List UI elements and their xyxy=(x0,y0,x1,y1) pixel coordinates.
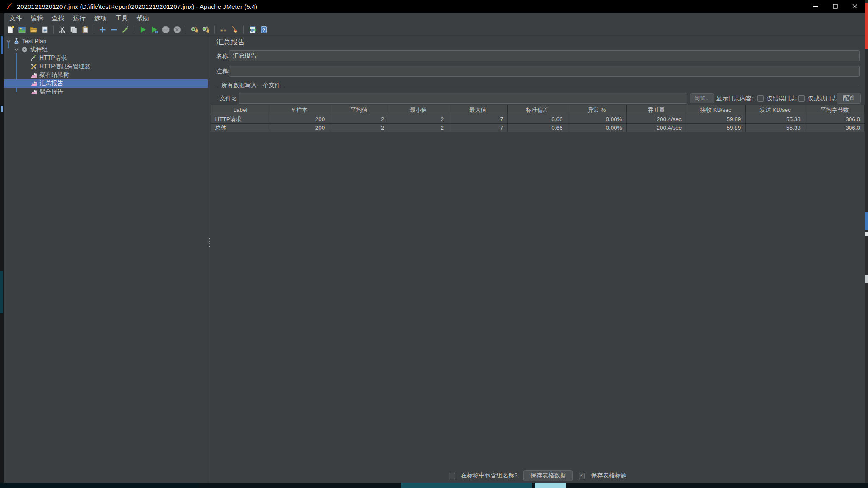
filename-input[interactable] xyxy=(239,93,687,104)
table-header-row: Label # 样本 平均值 最小值 最大值 标准偏差 异常 % 吞吐量 接收 … xyxy=(211,105,865,115)
paste-icon[interactable] xyxy=(81,25,90,34)
configure-button[interactable]: 配置 xyxy=(837,93,861,104)
maximize-button[interactable] xyxy=(826,0,845,13)
close-button[interactable] xyxy=(845,0,865,13)
browse-button[interactable]: 浏览... xyxy=(690,93,714,103)
search-icon[interactable] xyxy=(219,25,228,34)
listener-chart-icon xyxy=(31,72,37,78)
col-header-label[interactable]: Label xyxy=(211,105,270,115)
toolbar: STOP ? xyxy=(4,24,865,36)
cell: 0.66 xyxy=(508,115,567,124)
table-row[interactable]: HTTP请求 200 2 2 7 0.66 0.00% 200.4/sec 59… xyxy=(211,115,865,124)
menu-search[interactable]: 查找 xyxy=(47,13,69,24)
tree-item-view-results-tree[interactable]: 察看结果树 xyxy=(4,71,208,79)
clear-all-icon[interactable] xyxy=(201,25,211,34)
name-input[interactable] xyxy=(229,50,860,61)
svg-text:STOP: STOP xyxy=(163,28,168,30)
window-controls xyxy=(806,0,865,13)
tree-item-label: 汇总报告 xyxy=(39,80,63,87)
col-header-throughput[interactable]: 吞吐量 xyxy=(626,105,686,115)
col-header-min[interactable]: 最小值 xyxy=(389,105,448,115)
col-header-received[interactable]: 接收 KB/sec xyxy=(686,105,746,115)
menu-file[interactable]: 文件 xyxy=(5,13,26,24)
clear-icon[interactable] xyxy=(190,25,199,34)
menu-tools[interactable]: 工具 xyxy=(111,13,132,24)
window-title: 20201219201207.jmx (D:\file\testReport\2… xyxy=(17,3,257,10)
errors-only-label: 仅错误日志 xyxy=(767,93,796,104)
menu-help[interactable]: 帮助 xyxy=(132,13,153,24)
copy-icon[interactable] xyxy=(69,25,78,34)
open-file-icon[interactable] xyxy=(29,25,38,34)
cell: 2 xyxy=(389,124,448,132)
menu-edit[interactable]: 编辑 xyxy=(26,13,47,24)
chevron-down-icon[interactable] xyxy=(6,39,11,44)
col-header-sent[interactable]: 发送 KB/sec xyxy=(746,105,805,115)
cell: HTTP请求 xyxy=(211,115,270,124)
toolbar-separator xyxy=(53,26,54,33)
errors-only-checkbox[interactable] xyxy=(757,95,764,102)
titlebar: 20201219201207.jmx (D:\file\testReport\2… xyxy=(0,0,868,13)
cell: 2 xyxy=(329,124,389,132)
listener-chart-icon xyxy=(31,89,37,95)
templates-icon[interactable] xyxy=(17,25,27,34)
col-header-samples[interactable]: # 样本 xyxy=(270,105,329,115)
col-header-stddev[interactable]: 标准偏差 xyxy=(508,105,567,115)
test-plan-icon xyxy=(13,38,20,44)
expand-tree-icon[interactable] xyxy=(98,25,107,34)
minimize-button[interactable] xyxy=(806,0,826,13)
cell: 200.4/sec xyxy=(626,124,686,132)
menubar: 文件 编辑 查找 运行 选项 工具 帮助 xyxy=(4,13,865,24)
log-display-label: 显示日志内容: xyxy=(716,93,754,104)
start-no-timers-icon[interactable] xyxy=(150,25,159,34)
test-plan-tree: Test Plan 线程组 HTTP请求 HTTP信息头管理器 察看结果树 汇总… xyxy=(4,36,208,483)
comment-input[interactable] xyxy=(229,66,860,77)
tree-item-http-request[interactable]: HTTP请求 xyxy=(4,54,208,62)
menu-run[interactable]: 运行 xyxy=(69,13,90,24)
start-icon[interactable] xyxy=(138,25,147,34)
http-sampler-icon xyxy=(31,55,37,61)
stop-icon[interactable]: STOP xyxy=(161,25,170,34)
cut-icon[interactable] xyxy=(58,25,67,34)
group-title: 所有数据写入一个文件 xyxy=(221,82,281,89)
menu-options[interactable]: 选项 xyxy=(90,13,111,24)
group-border-line xyxy=(214,86,218,86)
new-file-icon[interactable] xyxy=(6,25,15,34)
toggle-element-icon[interactable] xyxy=(121,25,130,34)
background-window-left-edge xyxy=(0,13,4,488)
collapse-tree-icon[interactable] xyxy=(109,25,119,34)
tree-item-aggregate-report[interactable]: 聚合报告 xyxy=(4,88,208,96)
save-headers-checkbox[interactable] xyxy=(579,473,585,479)
col-header-avg-bytes[interactable]: 平均字节数 xyxy=(805,105,864,115)
jmeter-logo-icon xyxy=(5,3,13,10)
toolbar-separator xyxy=(186,26,186,33)
summary-report-panel: 汇总报告 名称: 注释: 所有数据写入一个文件 文件名 浏览... 显示日志内容… xyxy=(211,36,865,483)
svg-text:?: ? xyxy=(262,27,265,32)
cell: 200 xyxy=(270,115,329,124)
chevron-down-icon[interactable] xyxy=(14,47,19,52)
tree-item-summary-report[interactable]: 汇总报告 xyxy=(4,79,208,88)
background-window-bottom-edge xyxy=(0,483,868,488)
shutdown-icon[interactable] xyxy=(172,25,182,34)
col-header-error[interactable]: 异常 % xyxy=(567,105,626,115)
table-footer-controls: 在标签中包含组名称? 保存表格数据 保存表格标题 xyxy=(211,469,865,482)
col-header-average[interactable]: 平均值 xyxy=(329,105,389,115)
col-header-max[interactable]: 最大值 xyxy=(448,105,507,115)
jmeter-window: { "window": { "title": "20201219201207.j… xyxy=(0,0,868,488)
header-manager-icon xyxy=(31,63,37,70)
comment-label: 注释: xyxy=(216,66,230,77)
help-icon[interactable]: ? xyxy=(259,25,268,34)
tree-item-thread-group[interactable]: 线程组 xyxy=(4,45,208,54)
table-row[interactable]: 总体 200 2 2 7 0.66 0.00% 200.4/sec 59.89 … xyxy=(211,124,865,132)
toolbar-separator xyxy=(134,26,134,33)
include-group-name-checkbox[interactable] xyxy=(449,473,455,479)
function-helper-icon[interactable] xyxy=(248,25,257,34)
tree-item-test-plan[interactable]: Test Plan xyxy=(4,37,208,45)
success-only-checkbox[interactable] xyxy=(798,95,805,102)
splitter-grip[interactable] xyxy=(209,238,210,247)
cell: 55.38 xyxy=(746,124,805,132)
search-reset-icon[interactable] xyxy=(230,25,239,34)
listener-chart-icon xyxy=(31,80,37,87)
save-icon[interactable] xyxy=(40,25,50,34)
save-table-data-button[interactable]: 保存表格数据 xyxy=(523,470,573,481)
tree-item-http-header-manager[interactable]: HTTP信息头管理器 xyxy=(4,62,208,71)
